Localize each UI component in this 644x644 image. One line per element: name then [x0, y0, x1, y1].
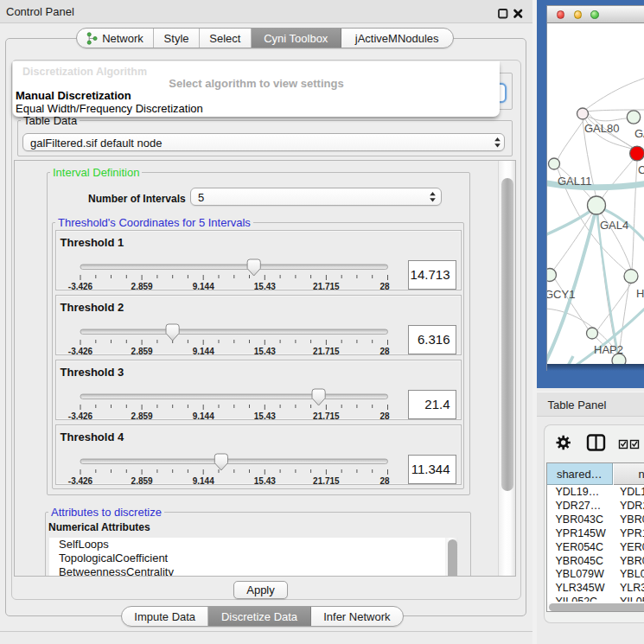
svg-text:-3.426: -3.426: [68, 476, 93, 486]
svg-text:9.144: 9.144: [193, 411, 214, 421]
svg-text:15.43: 15.43: [254, 476, 276, 486]
svg-text:28: 28: [379, 476, 390, 486]
svg-text:28: 28: [379, 347, 390, 356]
svg-text:21.715: 21.715: [313, 282, 340, 291]
svg-text:21.715: 21.715: [313, 347, 340, 356]
svg-text:28: 28: [379, 282, 390, 291]
svg-text:2.859: 2.859: [131, 411, 153, 421]
svg-text:2.859: 2.859: [131, 347, 153, 356]
svg-text:21.715: 21.715: [313, 476, 340, 486]
svg-text:28: 28: [379, 411, 390, 421]
svg-text:21.715: 21.715: [313, 411, 340, 421]
svg-text:-3.426: -3.426: [68, 347, 93, 356]
svg-text:15.43: 15.43: [254, 282, 276, 291]
svg-text:GCY1: GCY1: [547, 287, 575, 300]
svg-text:15.43: 15.43: [254, 347, 276, 356]
svg-text:-3.426: -3.426: [68, 282, 93, 291]
svg-text:9.144: 9.144: [193, 347, 214, 356]
svg-text:GA: GA: [634, 126, 644, 139]
svg-text:HAP2: HAP2: [594, 342, 623, 355]
svg-text:-3.426: -3.426: [68, 411, 93, 421]
svg-text:15.43: 15.43: [254, 411, 276, 421]
svg-text:9.144: 9.144: [193, 282, 214, 291]
svg-text:2.859: 2.859: [131, 282, 153, 291]
svg-text:GAL11: GAL11: [558, 174, 592, 187]
svg-text:9.144: 9.144: [193, 476, 214, 486]
svg-text:GAL80: GAL80: [584, 122, 619, 135]
svg-text:GAL4: GAL4: [600, 218, 628, 231]
svg-text:2.859: 2.859: [131, 476, 153, 486]
svg-text:CY: CY: [638, 163, 644, 175]
svg-text:HI: HI: [636, 286, 644, 299]
